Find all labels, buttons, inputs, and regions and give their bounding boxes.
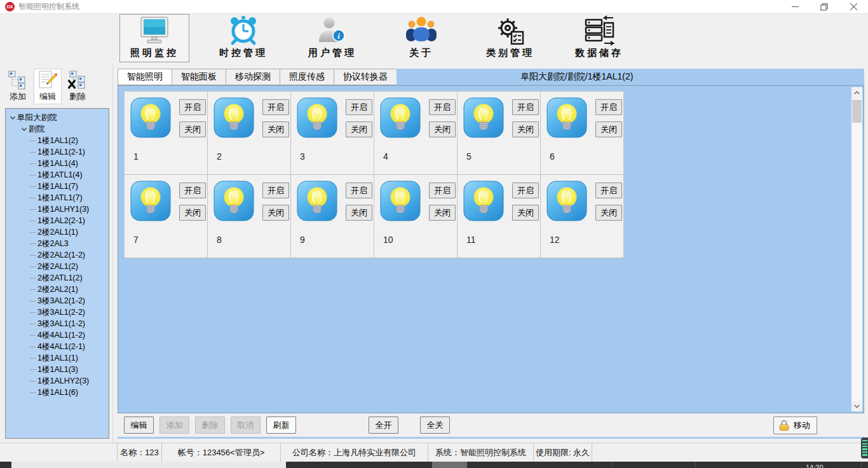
tree-node-root[interactable]: 阜阳大剧院	[6, 112, 109, 123]
light-bulb-icon	[297, 181, 337, 221]
tree-node-leaf[interactable]: 2楼2AL1(1)	[6, 226, 109, 238]
light-off-button[interactable]: 关闭	[512, 205, 539, 221]
tree-node-leaf[interactable]: 1楼1AL1(6)	[6, 387, 109, 398]
light-off-button[interactable]: 关闭	[262, 205, 289, 221]
tab-移动探测[interactable]: 移动探测	[226, 69, 280, 85]
light-off-button[interactable]: 关闭	[429, 205, 456, 221]
tree-action-tree-delete[interactable]: 删除	[64, 69, 92, 104]
tree-node-label: 1楼1AL1(2-1)	[37, 147, 85, 158]
tree-node-leaf[interactable]: 1楼1AL1(2-1)	[6, 146, 109, 158]
minimize-button[interactable]	[780, 0, 810, 13]
tree-node-leaf[interactable]: 1楼1ATL1(7)	[6, 192, 109, 203]
light-on-button[interactable]: 开启	[346, 99, 372, 115]
tree-node-leaf[interactable]: 1楼1ALHY1(3)	[6, 203, 109, 215]
status-item: 帐号：123456<管理员>	[162, 443, 281, 462]
tree-node-leaf[interactable]: 1楼1AL1(2)	[6, 135, 109, 146]
light-on-button[interactable]: 开启	[179, 99, 206, 115]
tree-node-label: 2楼2AL1(1)	[37, 227, 78, 238]
toolbar-item-people[interactable]: 关于	[386, 14, 456, 62]
tree-node-label: 1楼1ATL1(4)	[37, 170, 83, 181]
scroll-up-icon[interactable]	[851, 87, 862, 98]
light-on-button[interactable]: 开启	[346, 182, 372, 198]
light-off-button[interactable]: 关闭	[595, 205, 622, 221]
status-item: 名称：123	[118, 443, 162, 462]
tree-node-leaf[interactable]: 1楼1AL2(2-1)	[6, 215, 109, 226]
device-tree: 阜阳大剧院剧院1楼1AL1(2)1楼1AL1(2-1)1楼1AL1(4)1楼1A…	[5, 108, 109, 439]
light-bulb-icon	[463, 181, 504, 221]
scroll-down-icon[interactable]	[851, 401, 862, 411]
light-on-button[interactable]: 开启	[262, 99, 289, 115]
scrollbar-thumb[interactable]	[852, 100, 862, 123]
vertical-scrollbar[interactable]	[851, 87, 862, 411]
tree-node-leaf[interactable]: 2楼2AL3	[6, 238, 109, 249]
tree-action-edit[interactable]: 编辑	[34, 69, 62, 104]
light-off-button[interactable]: 关闭	[179, 121, 206, 137]
app-logo-icon: DX	[5, 2, 15, 11]
taskbar-segment	[432, 462, 467, 468]
tab-智能照明[interactable]: 智能照明	[118, 69, 172, 85]
tab-照度传感[interactable]: 照度传感	[280, 69, 334, 85]
tree-node-leaf[interactable]: 1楼1AL1(1)	[6, 352, 109, 364]
light-card: 开启关闭8	[208, 175, 291, 258]
light-off-button[interactable]: 关闭	[595, 121, 622, 137]
move-button[interactable]: 移动	[773, 416, 817, 434]
chevron-down-icon	[8, 115, 17, 121]
toolbar-item-label: 照明监控	[130, 47, 179, 59]
tree-node-leaf[interactable]: 1楼1ALHY2(3)	[6, 375, 109, 387]
svg-text:i: i	[337, 31, 340, 41]
light-off-button[interactable]: 关闭	[512, 121, 539, 137]
close-button[interactable]	[839, 0, 868, 13]
toolbar-item-data-storage[interactable]: 数据储存	[564, 14, 634, 62]
all-on-button[interactable]: 全开	[369, 416, 398, 434]
toolbar-item-gear-checklist[interactable]: 类别管理	[475, 14, 545, 62]
light-on-button[interactable]: 开启	[512, 99, 539, 115]
light-off-button[interactable]: 关闭	[429, 121, 456, 137]
tree-node-leaf[interactable]: 2楼2AL2(1-2)	[6, 249, 109, 261]
tree-node-label: 2楼2AL2(1)	[37, 284, 78, 295]
添加-button: 添加	[159, 416, 189, 434]
tab-协议转换器[interactable]: 协议转换器	[334, 69, 397, 85]
all-off-button[interactable]: 全关	[420, 416, 450, 434]
restore-button[interactable]	[810, 0, 839, 13]
toolbar-item-label: 时控管理	[219, 47, 268, 59]
tree-node-leaf[interactable]: 2楼2AL1(2)	[6, 261, 109, 272]
light-on-button[interactable]: 开启	[429, 182, 456, 198]
tree-node-label: 1楼1AL1(7)	[37, 181, 78, 192]
编辑-button[interactable]: 编辑	[124, 416, 154, 434]
toolbar-item-label: 类别管理	[486, 47, 534, 59]
light-on-button[interactable]: 开启	[512, 182, 539, 198]
taskbar-separator	[695, 462, 696, 468]
tree-node-leaf[interactable]: 3楼3AL1(2-2)	[6, 306, 109, 318]
tree-action-tree-add[interactable]: 添加	[4, 69, 32, 104]
light-on-button[interactable]: 开启	[595, 182, 622, 198]
tree-node-leaf[interactable]: 3楼3AL2(1-2)	[6, 295, 109, 306]
light-off-button[interactable]: 关闭	[179, 205, 206, 221]
tree-node-group[interactable]: 剧院	[6, 123, 109, 135]
刷新-button[interactable]: 刷新	[266, 416, 296, 434]
tree-node-leaf[interactable]: 4楼4AL1(2-1)	[6, 341, 109, 352]
tree-node-leaf[interactable]: 1楼1ATL1(4)	[6, 169, 109, 181]
tree-node-leaf[interactable]: 4楼4AL1(1-2)	[6, 329, 109, 341]
tab-智能面板[interactable]: 智能面板	[172, 69, 226, 85]
toolbar-item-monitor[interactable]: 照明监控	[119, 14, 189, 62]
tree-node-leaf[interactable]: 2楼2ATL1(2)	[6, 272, 109, 284]
tree-node-leaf[interactable]: 1楼1AL1(4)	[6, 158, 109, 169]
light-on-button[interactable]: 开启	[595, 99, 622, 115]
light-on-button[interactable]: 开启	[179, 182, 206, 198]
light-bulb-icon	[130, 181, 171, 221]
light-on-button[interactable]: 开启	[429, 99, 456, 115]
light-card: 开启关闭10	[374, 175, 458, 258]
light-off-button[interactable]: 关闭	[346, 121, 372, 137]
light-off-button[interactable]: 关闭	[346, 205, 372, 221]
light-off-button[interactable]: 关闭	[262, 121, 289, 137]
tree-node-leaf[interactable]: 2楼2AL2(1)	[6, 284, 109, 295]
toolbar-item-alarm-clock[interactable]: 时控管理	[208, 14, 278, 62]
light-on-button[interactable]: 开启	[262, 182, 289, 198]
tree-node-leaf[interactable]: 1楼1AL1(7)	[6, 181, 109, 192]
toolbar-item-user-info[interactable]: i用户管理	[297, 14, 367, 62]
left-panel: 添加编辑删除 阜阳大剧院剧院1楼1AL1(2)1楼1AL1(2-1)1楼1AL1…	[0, 64, 113, 443]
tree-node-leaf[interactable]: 1楼1AL1(3)	[6, 364, 109, 375]
tree-node-leaf[interactable]: 3楼3AL1(1-2)	[6, 318, 109, 329]
light-number: 5	[466, 151, 471, 162]
light-number: 10	[383, 235, 393, 245]
